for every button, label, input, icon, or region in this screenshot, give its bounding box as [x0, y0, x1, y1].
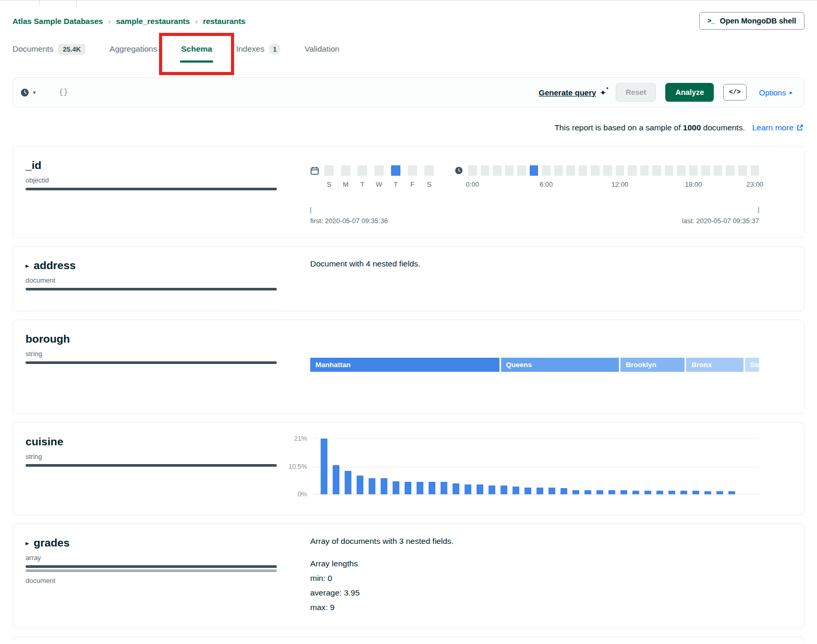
cuisine-bar[interactable]: [357, 476, 363, 494]
expand-caret-icon[interactable]: ▸: [26, 539, 29, 547]
borough-segment[interactable]: Brooklyn: [620, 358, 685, 372]
hour-bar[interactable]: [677, 165, 686, 176]
tab-validation[interactable]: Validation: [304, 43, 339, 63]
cuisine-bar[interactable]: [369, 478, 375, 494]
cuisine-bar[interactable]: [716, 491, 723, 494]
cuisine-bar[interactable]: [632, 491, 639, 494]
weekday-bar[interactable]: [424, 165, 434, 176]
cuisine-bar[interactable]: [453, 483, 459, 494]
field-card-borough: borough string ManhattanQueensBrooklynBr…: [13, 320, 804, 414]
hour-bar[interactable]: [530, 165, 539, 176]
cuisine-bar[interactable]: [381, 478, 387, 494]
options-link[interactable]: Options ▸: [759, 88, 792, 97]
cuisine-bar[interactable]: [345, 471, 351, 494]
cuisine-bar[interactable]: [465, 484, 471, 494]
tab-schema[interactable]: Schema: [181, 43, 212, 63]
hour-bar[interactable]: [566, 165, 575, 176]
analyze-button[interactable]: Analyze: [665, 83, 714, 102]
hour-chart: 0:006:0012:0018:0023:00: [468, 165, 759, 176]
expand-caret-icon[interactable]: ▸: [26, 262, 29, 270]
hour-tick-label: 0:00: [466, 180, 479, 188]
cuisine-bar[interactable]: [513, 487, 519, 494]
cuisine-bar[interactable]: [704, 491, 711, 494]
hour-bar[interactable]: [481, 165, 490, 176]
cuisine-bar[interactable]: [536, 488, 543, 494]
cuisine-bar[interactable]: [692, 491, 699, 494]
hour-bar[interactable]: [603, 165, 612, 176]
cuisine-bar[interactable]: [393, 481, 399, 494]
open-mongodb-shell-button[interactable]: >_ Open MongoDB shell: [699, 12, 804, 30]
hour-bar[interactable]: [505, 165, 514, 176]
cuisine-bar[interactable]: [596, 490, 603, 494]
hour-bar[interactable]: [701, 165, 710, 176]
tab-aggregations[interactable]: Aggregations: [109, 43, 157, 63]
header-row: Atlas Sample Databases›sample_restaurant…: [0, 6, 817, 30]
tab-documents[interactable]: Documents25.4K: [13, 43, 86, 63]
cuisine-bar[interactable]: [608, 490, 615, 494]
hour-bar[interactable]: [751, 165, 760, 176]
cuisine-bar[interactable]: [477, 484, 483, 494]
tab-indexes[interactable]: Indexes1: [236, 43, 281, 63]
collection-tab-stub[interactable]: [39, 0, 77, 6]
query-history-button[interactable]: ▾: [20, 88, 36, 97]
weekday-bar[interactable]: [408, 165, 417, 176]
hour-bar[interactable]: [714, 165, 723, 176]
hour-bar[interactable]: [591, 165, 600, 176]
cuisine-bar[interactable]: [501, 485, 507, 494]
cuisine-bar[interactable]: [584, 490, 591, 494]
reset-button[interactable]: Reset: [616, 83, 656, 102]
hour-bar[interactable]: [493, 165, 502, 176]
hour-bar[interactable]: [738, 165, 747, 176]
hour-bar[interactable]: [517, 165, 526, 176]
cuisine-bar[interactable]: [572, 490, 579, 494]
weekday-bar[interactable]: [324, 165, 334, 176]
cuisine-bar[interactable]: [489, 485, 495, 494]
cuisine-bar[interactable]: [333, 465, 339, 494]
timeline-first-tick: [310, 207, 311, 213]
cuisine-bar[interactable]: [417, 482, 423, 494]
hour-bar[interactable]: [665, 165, 674, 176]
hour-bar[interactable]: [640, 165, 649, 176]
cuisine-bar[interactable]: [680, 491, 687, 494]
hour-tick-label: 23:00: [747, 180, 764, 188]
hour-bar[interactable]: [616, 165, 625, 176]
cuisine-bar[interactable]: [620, 490, 627, 494]
hour-column: [665, 165, 674, 176]
hour-bar[interactable]: [468, 165, 477, 176]
borough-segment[interactable]: Bronx: [686, 358, 743, 372]
borough-segment[interactable]: Manhattan: [310, 358, 499, 372]
borough-segment[interactable]: Staten Island: [745, 358, 759, 372]
hour-column: 6:00: [542, 165, 551, 176]
weekday-bar[interactable]: [358, 165, 367, 176]
weekday-bar[interactable]: [391, 165, 400, 176]
cuisine-bar[interactable]: [656, 491, 663, 494]
hour-bar[interactable]: [689, 165, 698, 176]
breadcrumb-item-restaurants[interactable]: restaurants: [203, 17, 246, 26]
hour-bar[interactable]: [652, 165, 661, 176]
cuisine-bar[interactable]: [548, 488, 555, 494]
hour-bar[interactable]: [628, 165, 637, 176]
cuisine-bar[interactable]: [405, 482, 411, 494]
weekday-bar[interactable]: [341, 165, 350, 176]
hour-bar[interactable]: [579, 165, 588, 176]
weekday-bar[interactable]: [374, 165, 384, 176]
schema-field-list: _id objectid SMTWTFS: [13, 146, 804, 641]
generate-query-link[interactable]: Generate query ✦✦: [539, 88, 606, 97]
export-code-button[interactable]: </>: [723, 84, 747, 101]
cuisine-bar[interactable]: [668, 491, 675, 494]
cuisine-bar[interactable]: [429, 482, 435, 494]
cuisine-bar[interactable]: [644, 491, 651, 494]
cuisine-bar[interactable]: [321, 439, 327, 494]
hour-bar[interactable]: [726, 165, 735, 176]
hour-bar[interactable]: [554, 165, 563, 176]
breadcrumb-item-atlas-sample-databases[interactable]: Atlas Sample Databases: [13, 17, 103, 26]
cuisine-bar[interactable]: [525, 488, 531, 494]
query-filter-input[interactable]: {}: [45, 88, 530, 97]
learn-more-link[interactable]: Learn more: [752, 123, 803, 132]
cuisine-bar[interactable]: [441, 482, 447, 494]
hour-bar[interactable]: [542, 165, 551, 176]
borough-segment[interactable]: Queens: [501, 358, 619, 372]
cuisine-bar[interactable]: [560, 488, 567, 494]
cuisine-bar[interactable]: [728, 491, 735, 494]
breadcrumb-item-sample-restaurants[interactable]: sample_restaurants: [116, 17, 190, 26]
